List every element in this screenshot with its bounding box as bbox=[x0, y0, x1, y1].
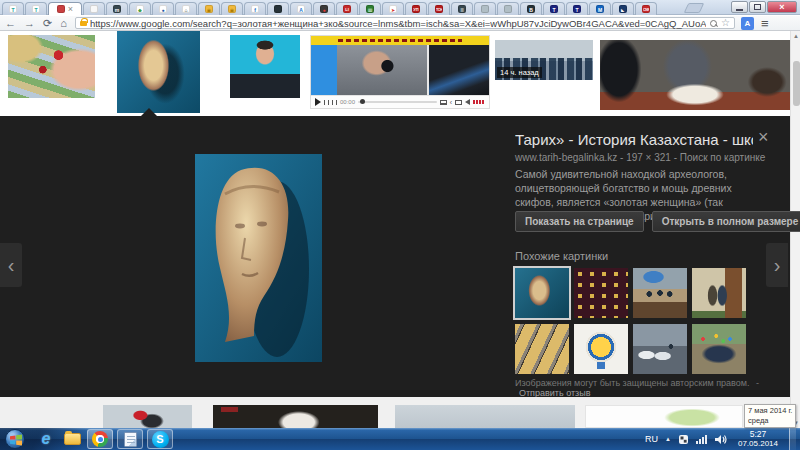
browser-tab[interactable] bbox=[497, 2, 519, 15]
browser-menu-icon[interactable]: ≡ bbox=[761, 17, 769, 30]
taskbar-ie-icon[interactable]: e bbox=[33, 429, 59, 449]
share-icon[interactable]: ‹ bbox=[450, 99, 452, 106]
browser-tab[interactable]: B bbox=[520, 2, 542, 15]
new-tab-button[interactable] bbox=[684, 3, 705, 13]
taskbar-explorer-icon[interactable] bbox=[59, 429, 85, 449]
result-thumb-man-at-desk[interactable] bbox=[600, 40, 790, 110]
bottom-thumb-red-hat[interactable] bbox=[103, 405, 192, 428]
taskbar-notepad-button[interactable] bbox=[117, 429, 143, 449]
bottom-thumb-dark-scene[interactable] bbox=[213, 405, 378, 428]
browser-tab[interactable]: ➤ bbox=[382, 2, 404, 15]
tab-strip: TT×m◆●⌂◉◉fA●LI▦➤УПТСН≣BTTM◣CNN × bbox=[0, 0, 800, 15]
browser-tab-active[interactable]: × bbox=[48, 2, 82, 15]
padlock-icon bbox=[80, 21, 87, 26]
network-signal-icon[interactable] bbox=[696, 434, 708, 444]
action-center-icon[interactable] bbox=[678, 434, 689, 445]
browser-tab[interactable]: ● bbox=[152, 2, 174, 15]
related-image-doorway[interactable] bbox=[692, 268, 746, 318]
browser-tab[interactable]: m bbox=[106, 2, 128, 15]
browser-tab[interactable]: LI bbox=[336, 2, 358, 15]
forward-button[interactable]: → bbox=[24, 17, 35, 30]
window-maximize-button[interactable] bbox=[749, 1, 766, 13]
result-thumb-man-portrait[interactable] bbox=[230, 35, 300, 98]
browser-tab[interactable]: ● bbox=[313, 2, 335, 15]
next-image-chevron[interactable]: › bbox=[766, 243, 788, 287]
result-thumb-golden-head-selected[interactable] bbox=[117, 31, 200, 113]
browser-tab[interactable]: M bbox=[589, 2, 611, 15]
zoom-page-icon[interactable] bbox=[710, 20, 717, 27]
video-progress-bar[interactable] bbox=[358, 101, 437, 103]
tab-close-icon[interactable]: × bbox=[68, 5, 73, 14]
browser-tab[interactable]: ◉ bbox=[221, 2, 243, 15]
language-indicator[interactable]: RU bbox=[645, 434, 658, 444]
related-image-meeting[interactable] bbox=[633, 268, 687, 318]
related-image-police-cars[interactable] bbox=[633, 324, 687, 374]
fullscreen-icon[interactable] bbox=[455, 100, 462, 105]
browser-tab[interactable]: ⌂ bbox=[175, 2, 197, 15]
browser-tab[interactable]: CNN bbox=[635, 2, 657, 15]
bottom-thumb-gray-sky[interactable] bbox=[395, 405, 575, 428]
scroll-up-arrow[interactable]: ▲ bbox=[792, 33, 800, 39]
related-image-golden-head[interactable] bbox=[515, 268, 569, 318]
bookmark-star-icon[interactable]: ☆ bbox=[721, 18, 730, 28]
browser-tab[interactable]: ◣ bbox=[612, 2, 634, 15]
browser-tab[interactable]: ◆ bbox=[129, 2, 151, 15]
tab-favicon: T bbox=[32, 5, 40, 13]
browser-tab[interactable]: ≣ bbox=[451, 2, 473, 15]
browser-tab[interactable]: ◉ bbox=[198, 2, 220, 15]
video-right-scene bbox=[427, 45, 489, 95]
previous-image-chevron[interactable]: ‹ bbox=[0, 243, 22, 287]
browser-tab[interactable]: ▦ bbox=[359, 2, 381, 15]
browser-tab[interactable]: A bbox=[290, 2, 312, 15]
related-image-emblem[interactable] bbox=[574, 324, 628, 374]
panel-close-icon[interactable]: × bbox=[758, 128, 769, 146]
translate-extension-icon[interactable]: A bbox=[741, 17, 754, 30]
browser-tab[interactable] bbox=[267, 2, 289, 15]
show-desktop-button[interactable] bbox=[789, 428, 796, 450]
skip-forward-icon[interactable] bbox=[332, 100, 337, 105]
open-full-size-button[interactable]: Открыть в полном размере bbox=[652, 211, 800, 232]
taskbar-chrome-button[interactable] bbox=[87, 429, 113, 449]
browser-tab[interactable]: T bbox=[566, 2, 588, 15]
taskbar-clock[interactable]: 5:27 07.05.2014 bbox=[734, 429, 782, 449]
result-thumb-city-news[interactable]: 14 ч. назад bbox=[495, 40, 593, 80]
related-image-gold-plaques[interactable] bbox=[574, 268, 628, 318]
browser-tab[interactable]: УП bbox=[405, 2, 427, 15]
browser-tab[interactable]: ТСН bbox=[428, 2, 450, 15]
browser-tab[interactable]: T bbox=[2, 2, 24, 15]
browser-tab[interactable] bbox=[474, 2, 496, 15]
address-bar[interactable]: https://www.google.com/search?q=золотая+… bbox=[75, 17, 735, 29]
window-minimize-button[interactable] bbox=[731, 1, 748, 13]
tab-favicon: CNN bbox=[642, 5, 650, 13]
related-image-crowd[interactable] bbox=[692, 324, 746, 374]
taskbar-skype-button[interactable]: S bbox=[147, 429, 173, 449]
skip-back-icon[interactable] bbox=[324, 100, 329, 105]
home-button[interactable]: ⌂ bbox=[60, 17, 67, 30]
reload-button[interactable]: ⟳ bbox=[43, 17, 52, 30]
result-thumb-money-hands[interactable] bbox=[8, 35, 95, 98]
play-icon[interactable] bbox=[315, 98, 321, 106]
back-button[interactable]: ← bbox=[5, 17, 16, 30]
video-watermark bbox=[473, 100, 485, 104]
bottom-thumb-map[interactable] bbox=[585, 405, 743, 428]
preview-title[interactable]: Тарих» - История Казахстана - шко... bbox=[515, 131, 753, 148]
start-button[interactable] bbox=[5, 429, 25, 449]
playlist-icon[interactable] bbox=[440, 100, 447, 105]
tab-favicon bbox=[57, 5, 65, 13]
browser-tab[interactable] bbox=[83, 2, 105, 15]
volume-icon[interactable] bbox=[465, 99, 470, 105]
clock-time: 5:27 bbox=[738, 429, 778, 439]
result-thumb-video-player[interactable]: 00:00 ‹ bbox=[310, 35, 490, 109]
browser-tab[interactable]: T bbox=[543, 2, 565, 15]
related-image-daggers[interactable] bbox=[515, 324, 569, 374]
browser-tab[interactable]: T bbox=[25, 2, 47, 15]
preview-golden-head-image[interactable] bbox=[195, 154, 322, 362]
show-on-page-button[interactable]: Показать на странице bbox=[515, 211, 644, 232]
tray-expand-icon[interactable]: ▲ bbox=[665, 436, 671, 442]
tab-favicon: T bbox=[573, 5, 581, 13]
video-banner-text-art bbox=[338, 39, 463, 42]
browser-tab[interactable]: f bbox=[244, 2, 266, 15]
scrollbar-thumb[interactable] bbox=[793, 61, 800, 106]
window-close-button[interactable]: × bbox=[767, 1, 797, 13]
volume-speaker-icon[interactable] bbox=[715, 434, 727, 445]
